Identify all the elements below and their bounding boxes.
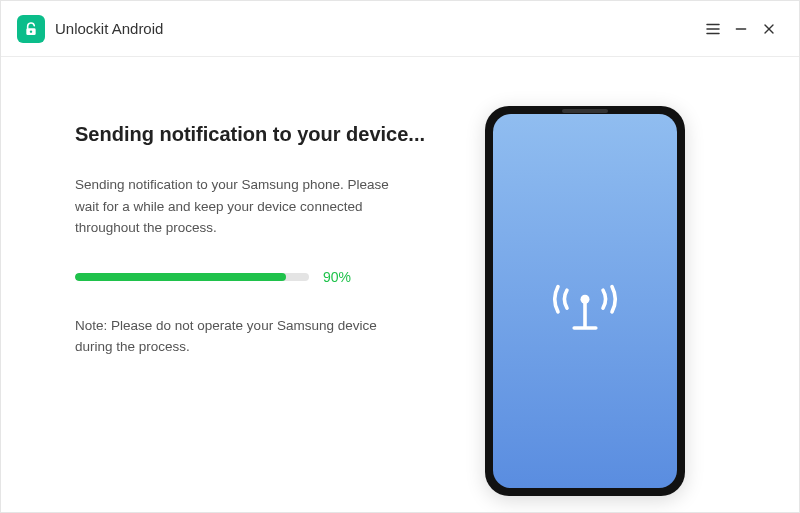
phone-speaker [562, 109, 608, 113]
device-illustration [435, 101, 685, 472]
progress-fill [75, 273, 286, 281]
progress-percent-label: 90% [323, 269, 351, 285]
menu-icon [704, 20, 722, 38]
main-content: Sending notification to your device... S… [1, 57, 799, 512]
svg-point-1 [30, 30, 32, 32]
progress-track [75, 273, 309, 281]
signal-antenna-icon [540, 256, 630, 346]
phone-frame [485, 106, 685, 496]
titlebar: Unlockit Android [1, 1, 799, 57]
page-heading: Sending notification to your device... [75, 123, 435, 146]
minimize-icon [733, 21, 749, 37]
phone-screen [493, 114, 677, 488]
info-panel: Sending notification to your device... S… [75, 101, 435, 472]
minimize-button[interactable] [727, 15, 755, 43]
progress-bar: 90% [75, 269, 435, 285]
app-title: Unlockit Android [55, 20, 163, 37]
app-logo [17, 15, 45, 43]
menu-button[interactable] [699, 15, 727, 43]
close-button[interactable] [755, 15, 783, 43]
note-text: Note: Please do not operate your Samsung… [75, 315, 395, 358]
description-text: Sending notification to your Samsung pho… [75, 174, 395, 239]
unlock-icon [23, 21, 39, 37]
close-icon [761, 21, 777, 37]
